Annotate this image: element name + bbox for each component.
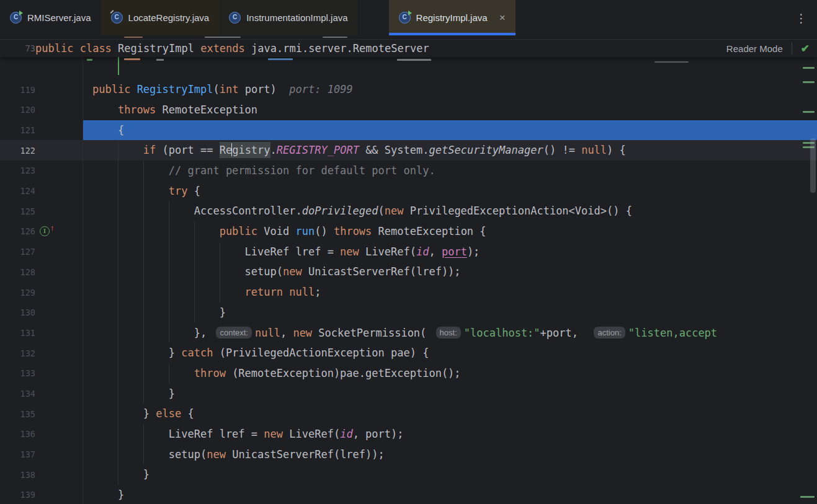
sticky-lines-header[interactable]: 73 public class RegistryImpl extends jav… xyxy=(0,39,817,57)
code-token: doPrivileged xyxy=(302,205,378,217)
code-text: throw (RemoteException)pae.getException(… xyxy=(67,363,461,384)
reader-mode-toggle[interactable]: Reader Mode xyxy=(726,43,783,54)
code-token: throws xyxy=(334,225,372,237)
code-line-138[interactable]: 138 } xyxy=(0,464,817,485)
tab-locateregistry-java[interactable]: CLocateRegistry.java xyxy=(101,0,220,35)
code-token: () != xyxy=(543,144,581,156)
code-line-130[interactable]: 130 } xyxy=(0,303,817,323)
code-token xyxy=(130,83,136,95)
implements-method-gutter-icon[interactable]: I xyxy=(40,226,50,236)
code-line-124[interactable]: 124 try { xyxy=(0,181,817,201)
code-line-133[interactable]: 133 throw (RemoteException)pae.getExcept… xyxy=(0,363,817,384)
header-divider xyxy=(792,42,792,55)
code-token: new xyxy=(207,448,226,461)
code-line-135[interactable]: 135 } else { xyxy=(0,404,817,424)
tab-label: InstrumentationImpl.java xyxy=(246,12,347,23)
code-text: setup(new UnicastServerRef(lref)); xyxy=(67,444,385,465)
gutter-icon-slot xyxy=(35,262,67,282)
code-line-128[interactable]: 128 setup(new UnicastServerRef(lref)); xyxy=(0,262,817,282)
code-token: }, xyxy=(194,327,213,339)
code-text: } xyxy=(67,303,226,323)
code-token: && System. xyxy=(359,144,429,156)
close-tab-icon[interactable]: × xyxy=(499,12,506,23)
tab-registryimpl-java[interactable]: CRegistryImpl.java× xyxy=(389,0,516,35)
gutter-icon-slot xyxy=(35,424,67,444)
sticky-line-number: 73 xyxy=(0,43,35,53)
clipped-code-line-under-header xyxy=(0,56,817,79)
vcs-change-marker xyxy=(800,496,815,498)
scrollbar-thumb[interactable] xyxy=(810,138,816,193)
code-line-134[interactable]: 134 } xyxy=(0,384,817,404)
code-rows: 119 public RegistryImpl(int port) port: … xyxy=(0,79,817,504)
code-token: LiveRef( xyxy=(283,428,340,440)
code-token: } xyxy=(169,387,175,400)
code-text: public RegistryImpl(int port) port: 1099 xyxy=(67,79,353,100)
code-line-119[interactable]: 119 public RegistryImpl(int port) port: … xyxy=(0,79,817,100)
gutter-icon-slot xyxy=(35,161,67,181)
code-token: } xyxy=(143,468,150,480)
code-token: null xyxy=(255,327,280,339)
code-token: , xyxy=(280,327,293,339)
code-token: (PrivilegedActionException pae) { xyxy=(213,347,429,359)
code-token: getSecurityManager xyxy=(429,144,543,156)
code-token: new xyxy=(283,265,302,278)
code-line-132[interactable]: 132 } catch (PrivilegedActionException p… xyxy=(0,343,817,363)
gutter-icon-slot xyxy=(35,464,67,485)
gutter-icon-slot xyxy=(35,282,67,303)
code-token: RemoteException xyxy=(156,104,257,116)
code-line-136[interactable]: 136 LiveRef lref = new LiveRef(id, port)… xyxy=(0,424,817,444)
code-text: return null; xyxy=(67,282,321,303)
code-token: LiveRef lref = xyxy=(169,428,264,440)
code-editor[interactable]: 119 public RegistryImpl(int port) port: … xyxy=(0,56,817,504)
gutter-icon-slot xyxy=(35,444,67,465)
clipped-code-fragment xyxy=(124,58,140,60)
gutter-icon-slot xyxy=(35,120,67,141)
code-line-139[interactable]: 139 } xyxy=(0,485,817,504)
inlay-parameter-hint: action: xyxy=(594,327,625,338)
line-number: 135 xyxy=(0,409,35,419)
tab-label: RMIServer.java xyxy=(27,12,91,23)
editor-tab-bar: CRMIServer.javaCLocateRegistry.javaCInst… xyxy=(0,0,817,35)
code-text: { xyxy=(67,120,124,141)
code-line-123[interactable]: 123 // grant permission for default port… xyxy=(0,161,817,181)
gutter-icon-slot xyxy=(35,303,67,323)
code-token: else xyxy=(156,407,181,420)
inlay-parameter-hint: host: xyxy=(436,327,461,338)
code-line-137[interactable]: 137 setup(new UnicastServerRef(lref)); xyxy=(0,444,817,465)
code-token: . xyxy=(270,144,277,156)
line-number: 122 xyxy=(0,146,35,156)
tab-label: RegistryImpl.java xyxy=(416,12,488,23)
code-token: catch xyxy=(181,347,213,359)
code-text: } catch (PrivilegedActionException pae) … xyxy=(67,343,429,363)
vcs-change-marker xyxy=(803,111,815,113)
code-token: id xyxy=(416,245,429,258)
code-token: setup( xyxy=(245,265,283,278)
code-token xyxy=(283,286,289,298)
code-line-122[interactable]: 122 if (port == Registry.REGISTRY_PORT &… xyxy=(0,140,817,161)
tab-instrumentationimpl-java[interactable]: CInstrumentationImpl.java xyxy=(219,0,357,35)
code-token: setup( xyxy=(169,448,207,461)
clipped-code-fragment xyxy=(268,58,293,60)
line-number: 132 xyxy=(0,348,35,358)
code-token: (port == xyxy=(156,144,219,156)
code-token: try xyxy=(169,185,188,197)
code-token: } xyxy=(118,489,124,501)
line-number: 123 xyxy=(0,166,35,175)
inspections-ok-check-icon[interactable]: ✔ xyxy=(801,42,810,55)
code-line-127[interactable]: 127 LiveRef lref = new LiveRef(id, port)… xyxy=(0,242,817,262)
code-line-129[interactable]: 129 return null; xyxy=(0,282,817,303)
line-number: 139 xyxy=(0,490,35,500)
line-number: 121 xyxy=(0,125,35,135)
tab-rmiserver-java[interactable]: CRMIServer.java xyxy=(0,0,101,35)
code-line-126[interactable]: 126I↑ public Void run() throws RemoteExc… xyxy=(0,221,817,242)
tab-options-kebab-icon[interactable]: ⋮ xyxy=(795,11,807,25)
code-text: public Void run() throws RemoteException… xyxy=(67,221,486,242)
code-token: (RemoteException)pae.getException(); xyxy=(226,367,461,379)
code-line-125[interactable]: 125 AccessController.doPrivileged(new Pr… xyxy=(0,201,817,221)
code-line-120[interactable]: 120 throws RemoteException xyxy=(0,100,817,120)
ide-editor-window: CRMIServer.javaCLocateRegistry.javaCInst… xyxy=(0,0,817,504)
run-overlay-icon xyxy=(19,11,23,15)
code-line-121[interactable]: 121 { xyxy=(0,120,817,141)
code-line-131[interactable]: 131 }, context:null, new SocketPermissio… xyxy=(0,323,817,343)
code-token: new xyxy=(340,245,359,258)
